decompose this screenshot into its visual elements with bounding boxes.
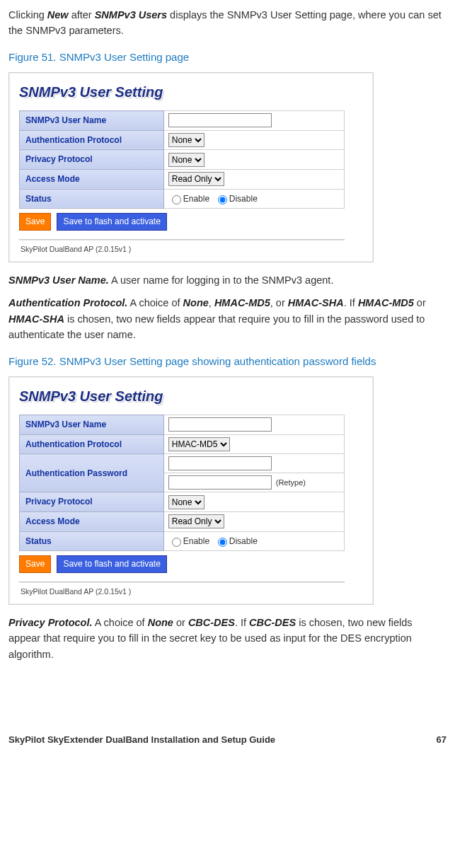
status-disable-radio[interactable]: [218, 195, 227, 204]
username-input-2[interactable]: [168, 417, 272, 432]
kw-none-2: None: [148, 617, 173, 628]
footer-title: SkyPilot SkyExtender DualBand Installati…: [8, 733, 275, 747]
form-table-51: SNMPv3 User Name Authentication Protocol…: [19, 110, 345, 209]
label-status-2: Status: [20, 531, 164, 551]
kw-new: New: [47, 9, 69, 21]
privproto-select[interactable]: None: [168, 153, 205, 167]
username-input[interactable]: [168, 113, 272, 127]
status-enable-radio[interactable]: [172, 195, 181, 204]
intro-text-2: after: [69, 9, 95, 21]
page-footer: SkyPilot SkyExtender DualBand Installati…: [8, 733, 447, 747]
kw-hmac-sha-2: HMAC-SHA: [8, 313, 64, 325]
status-disable-label-2: Disable: [229, 536, 258, 546]
term-username: SNMPv3 User Name.: [8, 274, 109, 286]
version-line-2: SkyPilot DualBand AP (2.0.15v1 ): [21, 586, 366, 597]
figure-51-caption: Figure 51. SNMPv3 User Setting page: [8, 49, 447, 65]
kw-hmac-md5-2: HMAC-MD5: [358, 297, 414, 308]
label-accessmode-2: Access Mode: [20, 511, 164, 531]
status-enable-label: Enable: [183, 194, 209, 204]
privproto-select-2[interactable]: None: [168, 495, 205, 509]
page-number: 67: [437, 733, 447, 747]
label-authproto-2: Authentication Protocol: [20, 434, 164, 454]
authpass-input[interactable]: [168, 456, 272, 470]
body-username: A user name for logging in to the SNMPv3…: [109, 274, 334, 286]
label-username-2: SNMPv3 User Name: [20, 415, 164, 435]
label-authpass: Authentication Password: [20, 454, 164, 492]
authpass-retype-input[interactable]: [168, 475, 272, 490]
panel-title: SNMPv3 User Setting: [19, 81, 366, 103]
figure-52-panel: SNMPv3 User Setting SNMPv3 User Name Aut…: [8, 376, 374, 605]
label-status: Status: [20, 189, 164, 209]
authproto-select[interactable]: None: [168, 133, 205, 147]
intro-text-1: Clicking: [8, 9, 47, 21]
status-disable-label: Disable: [229, 194, 258, 204]
panel-title-2: SNMPv3 User Setting: [19, 386, 366, 407]
label-privproto: Privacy Protocol: [20, 150, 164, 170]
kw-hmac-md5: HMAC-MD5: [214, 297, 270, 308]
figure-52-caption: Figure 52. SNMPv3 User Setting page show…: [8, 353, 447, 369]
save-button[interactable]: Save: [19, 213, 51, 231]
authproto-select-2[interactable]: HMAC-MD5: [168, 437, 230, 451]
save-flash-button-2[interactable]: Save to flash and activate: [57, 555, 166, 573]
save-button-2[interactable]: Save: [19, 555, 51, 573]
version-line: SkyPilot DualBand AP (2.0.15v1 ): [21, 243, 366, 255]
label-privproto-2: Privacy Protocol: [20, 492, 164, 512]
form-table-52: SNMPv3 User Name Authentication Protocol…: [19, 415, 345, 551]
term-authproto: Authentication Protocol.: [8, 297, 127, 308]
desc-privproto: Privacy Protocol. A choice of None or CB…: [8, 615, 447, 662]
divider-2: [19, 581, 345, 583]
status-enable-radio-2[interactable]: [172, 538, 181, 547]
kw-none: None: [183, 297, 209, 308]
term-privproto: Privacy Protocol.: [8, 617, 92, 628]
accessmode-select[interactable]: Read Only: [168, 172, 224, 186]
retype-label: (Retype): [276, 478, 306, 487]
status-disable-radio-2[interactable]: [218, 538, 227, 547]
status-enable-label-2: Enable: [183, 536, 209, 546]
label-accessmode: Access Mode: [20, 169, 164, 189]
desc-authproto: Authentication Protocol. A choice of Non…: [8, 295, 447, 342]
desc-username: SNMPv3 User Name. A user name for loggin…: [8, 272, 447, 288]
kw-hmac-sha: HMAC-SHA: [288, 297, 344, 308]
label-authproto: Authentication Protocol: [20, 130, 164, 150]
accessmode-select-2[interactable]: Read Only: [168, 514, 224, 528]
label-username: SNMPv3 User Name: [20, 111, 164, 131]
figure-51-panel: SNMPv3 User Setting SNMPv3 User Name Aut…: [8, 72, 374, 262]
save-flash-button[interactable]: Save to flash and activate: [57, 213, 166, 231]
divider: [19, 239, 345, 241]
kw-snmpv3-users: SNMPv3 Users: [95, 9, 167, 21]
intro-paragraph: Clicking New after SNMPv3 Users displays…: [8, 7, 447, 39]
kw-cbc-des: CBC-DES: [188, 617, 235, 628]
kw-cbc-des-2: CBC-DES: [249, 617, 296, 628]
